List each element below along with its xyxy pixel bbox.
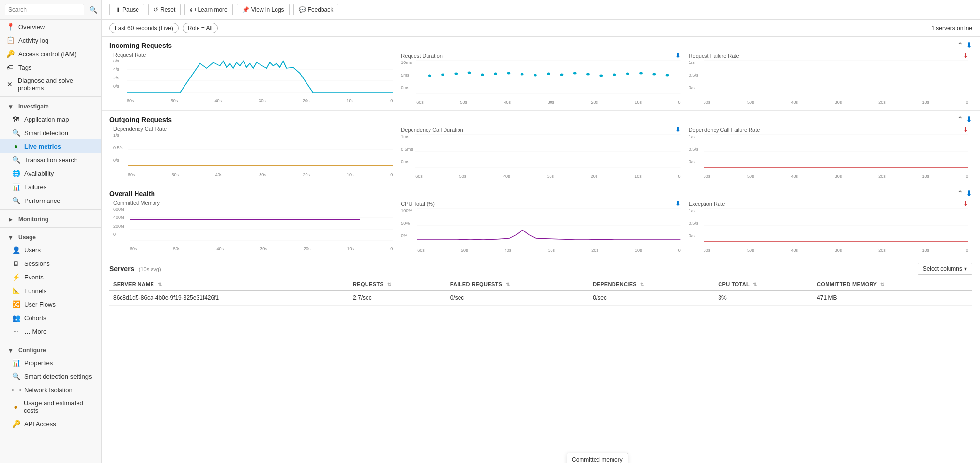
sidebar-item-label: API Access [24,420,56,428]
search-bar: 🔍 📌 [0,0,101,20]
exception-rate-filter-icon[interactable]: ⬇ [963,200,968,207]
col-requests-label: REQUESTS [353,281,383,287]
col-requests[interactable]: REQUESTS ⇅ [349,278,446,291]
sidebar-item-more[interactable]: ··· … More [0,324,101,338]
time-filter-pill[interactable]: Last 60 seconds (Live) [109,23,179,33]
sidebar-section-monitoring[interactable]: ▸ Monitoring [0,212,101,225]
svg-point-7 [428,75,431,77]
request-rate-label: Request Rate [113,52,146,58]
sidebar-item-activity-log[interactable]: 📋 Activity log [0,33,101,47]
sidebar-item-label: Users [24,247,41,254]
learn-more-label: Learn more [198,6,227,13]
sidebar-item-users[interactable]: 👤 Users [0,243,101,257]
configure-chevron-icon: ▾ [6,346,15,354]
col-dependencies[interactable]: DEPENDENCIES ⇅ [589,278,714,291]
sidebar-item-funnels[interactable]: 📐 Funnels [0,284,101,297]
sidebar-item-network-isolation[interactable]: ⟷ Network Isolation [0,383,101,397]
feedback-button[interactable]: 💬 Feedback [293,4,339,15]
col-failed-requests[interactable]: FAILED REQUESTS ⇅ [446,278,589,291]
sidebar-item-sessions[interactable]: 🖥 Sessions [0,257,101,270]
sidebar-item-availability[interactable]: 🌐 Availability [0,167,101,180]
svg-point-12 [494,73,498,75]
sidebar-item-events[interactable]: ⚡ Events [0,270,101,284]
outgoing-requests-collapse-btn[interactable]: ⌃ ⬇ [957,115,972,124]
dep-call-failure-x-labels: 60s 50s 40s 30s 20s 10s 0 [704,174,968,179]
sidebar-item-tags[interactable]: 🏷 Tags [0,61,101,74]
sidebar-item-api-access[interactable]: 🔑 API Access [0,417,101,431]
exception-rate-chart: 1/s 0.5/s 0/s [689,208,968,247]
overall-health-header: Overall Health ⌃ ⬇ [102,185,980,200]
dep-call-duration-filter-icon[interactable]: ⬇ [675,126,681,133]
cpu-total-filter-icon[interactable]: ⬇ [675,200,681,207]
sidebar-item-failures[interactable]: 📊 Failures [0,180,101,194]
learn-more-button[interactable]: 🏷 Learn more [184,4,232,15]
svg-point-14 [521,73,524,76]
sidebar-item-label: Availability [24,170,54,177]
sidebar-item-usage-costs[interactable]: ● Usage and estimated costs [0,397,101,417]
dep-call-duration-chart: 1ms 0.5ms 0ms [401,134,680,173]
pause-button[interactable]: ⏸ Pause [109,4,144,15]
col-committed-memory[interactable]: COMMITTED MEMORY ⇅ [813,278,972,291]
select-columns-button[interactable]: Select columns ▾ [918,263,972,275]
sidebar-divider-3 [0,227,101,228]
collapse-icon: ⌃ [957,115,963,124]
overall-health-collapse-btn[interactable]: ⌃ ⬇ [957,189,972,198]
col-server-name[interactable]: SERVER NAME ⇅ [109,278,349,291]
col-dependencies-label: DEPENDENCIES [593,281,637,287]
properties-icon: 📊 [12,359,20,367]
svg-point-17 [560,74,564,76]
view-in-logs-label: View in Logs [251,6,284,13]
sidebar-item-user-flows[interactable]: 🔀 User Flows [0,297,101,311]
servers-subtitle: (10s avg) [139,266,161,272]
cpu-total-y-labels: 100% 50% 0% [401,208,412,238]
overall-health-charts: Committed Memory 600M 400M 200M 0 [102,200,980,259]
role-filter-pill[interactable]: Role = All [183,23,218,33]
svg-point-9 [455,73,458,75]
sidebar-item-live-metrics[interactable]: ● Live metrics [0,139,101,153]
request-failure-filter-icon[interactable]: ⬇ [963,52,968,59]
dep-call-failure-filter-icon[interactable]: ⬇ [963,126,968,133]
learn-more-icon: 🏷 [190,6,196,13]
pause-label: Pause [122,6,139,13]
view-in-logs-button[interactable]: 📌 View in Logs [237,4,290,15]
sidebar-section-label: Monitoring [18,216,48,223]
request-duration-x-labels: 60s 50s 40s 30s 20s 10s 0 [416,100,680,105]
sidebar-item-properties[interactable]: 📊 Properties [0,356,101,370]
sidebar-section-label: Usage [18,234,36,241]
svg-point-19 [586,73,590,76]
exception-rate-x-labels: 60s 50s 40s 30s 20s 10s 0 [704,248,968,253]
transaction-search-icon: 🔍 [12,156,20,164]
servers-table-head: SERVER NAME ⇅ REQUESTS ⇅ FAILED REQUESTS… [109,278,972,291]
dep-call-failure-label-row: Dependency Call Failure Rate ⬇ [689,126,968,133]
filter-down-icon: ⬇ [966,115,972,124]
user-flows-icon: 🔀 [12,300,20,308]
request-duration-filter-icon[interactable]: ⬇ [675,52,681,59]
sidebar-item-smart-detection-settings[interactable]: 🔍 Smart detection settings [0,370,101,383]
sidebar-item-access-control[interactable]: 🔑 Access control (IAM) [0,47,101,61]
filter-down-icon: ⬇ [966,41,972,50]
search-input[interactable] [5,4,84,15]
sidebar-item-application-map[interactable]: 🗺 Application map [0,112,101,126]
sidebar-item-cohorts[interactable]: 👥 Cohorts [0,311,101,324]
request-rate-chart: 6/s 4/s 2/s 0/s [113,59,393,97]
funnels-icon: 📐 [12,287,20,294]
sidebar-item-overview[interactable]: 📍 Overview [0,20,101,33]
reset-button[interactable]: ↺ Reset [148,4,181,15]
col-failed-requests-label: FAILED REQUESTS [450,281,503,287]
incoming-requests-collapse-btn[interactable]: ⌃ ⬇ [957,41,972,50]
sidebar-item-transaction-search[interactable]: 🔍 Transaction search [0,153,101,167]
search-icon-btn[interactable]: 🔍 [87,5,99,15]
sidebar-item-diagnose[interactable]: ✕ Diagnose and solve problems [0,74,101,94]
sidebar-section-configure[interactable]: ▾ Configure [0,342,101,356]
dep-call-failure-y-labels: 1/s 0.5/s 0/s [689,134,699,164]
sidebar-item-smart-detection[interactable]: 🔍 Smart detection [0,126,101,139]
smart-detection-settings-icon: 🔍 [12,372,20,380]
sidebar-section-usage[interactable]: ▾ Usage [0,230,101,243]
sidebar-item-performance[interactable]: 🔍 Performance [0,194,101,207]
cell-cpu-total: 3% [714,291,813,306]
cpu-total-svg [417,208,680,242]
exception-rate-label-row: Exception Rate ⬇ [689,200,968,207]
incoming-requests-section: Incoming Requests ⌃ ⬇ Request Rate 6/s 4… [102,37,980,111]
col-cpu-total[interactable]: CPU TOTAL ⇅ [714,278,813,291]
sidebar-section-investigate[interactable]: ▾ Investigate [0,99,101,112]
